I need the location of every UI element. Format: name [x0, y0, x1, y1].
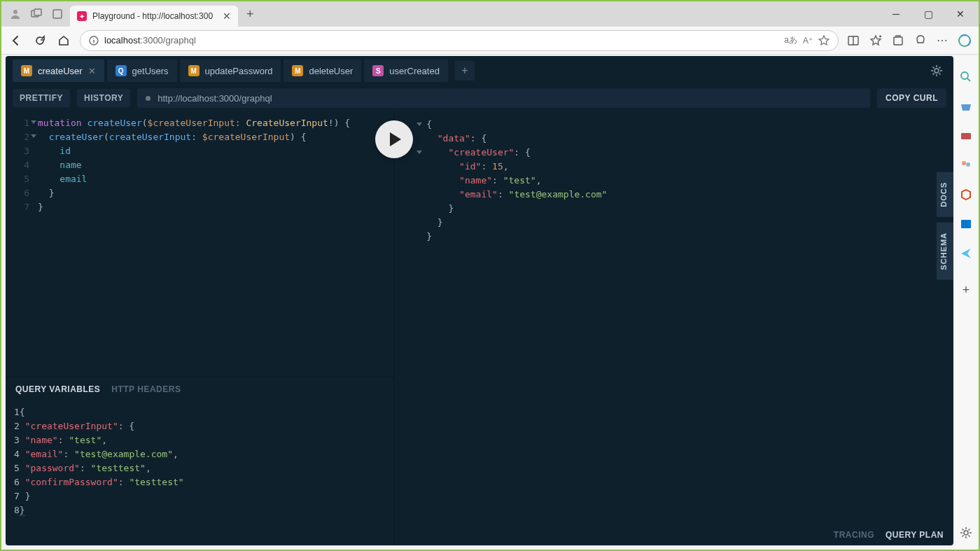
tools-icon[interactable] — [959, 129, 973, 143]
svg-point-0 — [13, 10, 18, 14]
search-sidebar-icon[interactable] — [959, 70, 973, 84]
outlook-icon[interactable] — [959, 217, 973, 231]
address-bar[interactable]: localhost:3000/graphql aあ A⁺ — [80, 30, 839, 51]
endpoint-input[interactable]: http://localhost:3000/graphql — [137, 88, 870, 108]
svg-point-17 — [966, 162, 970, 167]
games-icon[interactable] — [959, 158, 973, 172]
close-window-icon[interactable]: ✕ — [951, 8, 970, 20]
mutation-badge-icon: M — [292, 65, 303, 76]
playground-footer: TRACING QUERY PLAN — [834, 530, 944, 540]
query-badge-icon: Q — [115, 65, 127, 76]
execute-button[interactable] — [375, 120, 413, 158]
favicon-icon: ✦ — [77, 11, 87, 21]
endpoint-url: http://localhost:3000/graphql — [158, 93, 272, 104]
query-editor[interactable]: 1mutation createUser($createUserInput: C… — [6, 111, 393, 377]
tab-actions-icon[interactable] — [52, 8, 63, 20]
operation-tab-label: deleteUser — [309, 66, 353, 76]
operation-tab-createuser[interactable]: M createUser ✕ — [13, 60, 104, 82]
svg-point-16 — [962, 161, 966, 165]
query-plan-tab[interactable]: QUERY PLAN — [886, 530, 944, 540]
tracing-tab[interactable]: TRACING — [834, 530, 874, 540]
svg-point-19 — [964, 531, 968, 535]
playground-toolbar: PRETTIFY HISTORY http://localhost:3000/g… — [6, 85, 953, 111]
browser-tab-active[interactable]: ✦ Playground - http://localhost:300 ✕ — [70, 6, 238, 27]
graphql-playground: M createUser ✕ Q getUsers M updatePasswo… — [6, 56, 953, 545]
svg-point-20 — [934, 69, 939, 73]
svg-rect-2 — [34, 9, 41, 15]
address-bar-url: localhost:3000/graphql — [104, 35, 196, 46]
maximize-icon[interactable]: ▢ — [918, 8, 938, 20]
close-tab-icon[interactable]: ✕ — [223, 11, 231, 22]
svg-line-14 — [967, 78, 970, 81]
variables-panel: QUERY VARIABLES HTTP HEADERS 1{ 2 "creat… — [6, 377, 393, 545]
play-icon — [390, 132, 401, 146]
operation-tab-label: userCreated — [389, 66, 440, 76]
variables-editor[interactable]: 1{ 2 "createUserInput": { 3 "name": "tes… — [6, 401, 393, 545]
operation-tab-getusers[interactable]: Q getUsers — [107, 60, 177, 82]
operation-tab-label: updatePassword — [205, 66, 273, 76]
minimize-icon[interactable]: ─ — [886, 8, 906, 20]
operation-tab-usercreated[interactable]: S userCreated — [364, 60, 448, 82]
mutation-badge-icon: M — [188, 65, 200, 76]
collections-icon[interactable] — [892, 34, 904, 47]
svg-rect-3 — [53, 10, 62, 18]
close-tab-icon[interactable]: ✕ — [88, 66, 96, 76]
shopping-icon[interactable] — [959, 99, 973, 113]
favorite-icon[interactable] — [818, 35, 830, 46]
favorites-icon[interactable] — [869, 34, 882, 47]
copilot-icon[interactable] — [958, 34, 972, 48]
send-icon[interactable] — [959, 246, 973, 260]
browser-toolbar: localhost:3000/graphql aあ A⁺ ⋯ — [1, 27, 979, 55]
split-screen-icon[interactable] — [847, 34, 860, 47]
site-info-icon[interactable] — [89, 36, 99, 46]
translate-icon[interactable]: aあ — [784, 34, 797, 46]
workspaces-icon[interactable] — [31, 8, 42, 20]
history-button[interactable]: HISTORY — [77, 89, 130, 107]
mutation-badge-icon: M — [21, 65, 32, 76]
endpoint-status-icon — [146, 96, 150, 101]
back-icon[interactable] — [8, 33, 24, 48]
operation-tab-label: getUsers — [132, 66, 169, 76]
response-viewer[interactable]: { "data": { "createUser": { "id": 15, "n… — [394, 111, 953, 251]
subscription-badge-icon: S — [372, 65, 384, 76]
browser-tab-title: Playground - http://localhost:300 — [92, 11, 213, 21]
prettify-button[interactable]: PRETTIFY — [13, 89, 70, 107]
home-icon[interactable] — [56, 33, 71, 48]
settings-icon[interactable] — [930, 64, 944, 78]
new-tab-button[interactable]: + — [246, 7, 254, 22]
query-variables-tab[interactable]: QUERY VARIABLES — [15, 384, 100, 394]
settings-sidebar-icon[interactable] — [959, 526, 973, 540]
browser-titlebar: ✦ Playground - http://localhost:300 ✕ + … — [1, 1, 979, 27]
profile-icon[interactable] — [10, 8, 21, 20]
operation-tab-deleteuser[interactable]: M deleteUser — [284, 60, 361, 82]
operation-tab-updatepassword[interactable]: M updatePassword — [180, 60, 281, 82]
more-icon[interactable]: ⋯ — [937, 34, 948, 47]
schema-side-tab[interactable]: SCHEMA — [937, 223, 953, 280]
browser-essentials-icon[interactable] — [914, 34, 927, 47]
edge-sidebar: + — [955, 56, 977, 548]
add-sidebar-icon[interactable]: + — [959, 283, 973, 297]
add-operation-tab-button[interactable]: + — [455, 61, 475, 81]
svg-rect-9 — [894, 37, 902, 45]
refresh-icon[interactable] — [32, 33, 48, 48]
svg-rect-15 — [961, 133, 971, 139]
docs-side-tab[interactable]: DOCS — [937, 172, 953, 217]
svg-rect-18 — [961, 220, 971, 228]
reading-icon[interactable]: A⁺ — [803, 36, 813, 46]
operation-tab-label: createUser — [38, 66, 83, 76]
m365-icon[interactable] — [959, 188, 973, 202]
http-headers-tab[interactable]: HTTP HEADERS — [111, 384, 181, 394]
operation-tab-bar: M createUser ✕ Q getUsers M updatePasswo… — [6, 56, 953, 85]
copy-curl-button[interactable]: COPY CURL — [877, 88, 946, 108]
svg-point-13 — [961, 72, 968, 79]
